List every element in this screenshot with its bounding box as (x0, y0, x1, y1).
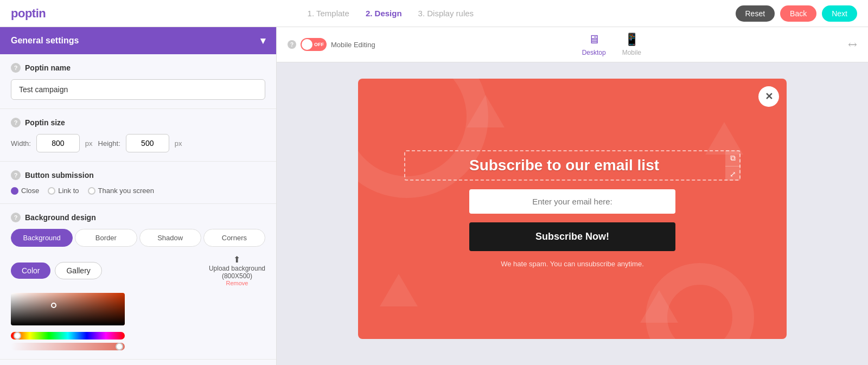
tab-border[interactable]: Border (75, 229, 137, 247)
deco-tri-3 (640, 290, 678, 323)
background-tab-group: Background Border Shadow Corners (11, 229, 265, 247)
popup-title-container[interactable]: Subscribe to our email list ⧉ ⤢ (404, 150, 741, 181)
upload-background-button[interactable]: ⬆ Upload background (800X500) Remove (209, 254, 265, 286)
background-design-label: Background design (25, 213, 96, 222)
radio-link-label: Link to (58, 187, 79, 195)
button-submission-label-row: ? Button submission (11, 170, 265, 180)
topbar-actions: Reset Back Next (736, 5, 858, 22)
mobile-editing-toggle[interactable] (301, 38, 327, 51)
wizard-steps: 1. Template 2. Design 3. Display rules (308, 9, 474, 18)
button-submission-section: ? Button submission Close Link to Thank … (0, 162, 276, 204)
size-inputs-row: Width: px Height: px (11, 134, 265, 152)
background-design-section: ? Background design Background Border Sh… (0, 204, 276, 360)
height-label: Height: (98, 139, 120, 148)
mobile-icon: 📱 (624, 33, 639, 47)
submission-radio-group: Close Link to Thank you screen (11, 187, 265, 195)
button-submission-help-icon[interactable]: ? (11, 170, 21, 180)
radio-link-dot (48, 187, 55, 195)
logo: poptin (11, 7, 46, 21)
popup-preview: ✕ Subscribe to our email list ⧉ ⤢ Subscr… (358, 79, 787, 339)
mobile-editing-row: ? Mobile Editing (288, 38, 375, 51)
panel-header-title: General settings (11, 36, 79, 46)
expand-icon[interactable]: ⤢ (845, 37, 860, 53)
radio-thankyou-label: Thank you screen (98, 187, 154, 195)
spam-text: We hate spam. You can unsubscribe anytim… (501, 260, 644, 268)
deco-tri-4 (467, 95, 505, 127)
mobile-editing-help-icon[interactable]: ? (288, 40, 296, 49)
poptin-name-label-row: ? Poptin name (11, 63, 265, 73)
title-copy-button[interactable]: ⧉ (725, 150, 741, 167)
radio-close[interactable]: Close (11, 187, 39, 195)
desktop-icon: 🖥 (588, 33, 600, 47)
topbar: poptin 1. Template 2. Design 3. Display … (0, 0, 868, 27)
right-area: ? Mobile Editing 🖥 Desktop 📱 Mobile ⤢ (277, 27, 868, 365)
remove-label[interactable]: Remove (226, 280, 248, 286)
mobile-label: Mobile (622, 49, 641, 56)
title-resize-button[interactable]: ⤢ (725, 167, 741, 182)
color-gradient-container[interactable] (11, 293, 125, 325)
opacity-slider[interactable] (11, 343, 125, 350)
subscribe-button[interactable]: Subscribe Now! (469, 222, 675, 251)
color-picker-area (11, 293, 265, 350)
step-template: 1. Template (308, 9, 349, 18)
email-input[interactable] (469, 189, 675, 214)
canvas-toolbar: ? Mobile Editing 🖥 Desktop 📱 Mobile ⤢ (277, 27, 868, 62)
panel-header[interactable]: General settings ▾ (0, 27, 276, 54)
color-gradient-handle[interactable] (51, 303, 56, 308)
tab-shadow[interactable]: Shadow (139, 229, 201, 247)
radio-close-label: Close (21, 187, 39, 195)
width-label: Width: (11, 139, 31, 148)
desktop-device-button[interactable]: 🖥 Desktop (582, 33, 606, 56)
height-input[interactable] (126, 134, 169, 152)
background-design-label-row: ? Background design (11, 213, 265, 222)
main-layout: General settings ▾ ? Poptin name ? Popti… (0, 27, 868, 365)
back-button[interactable]: Back (780, 5, 816, 22)
title-tools: ⧉ ⤢ (725, 150, 741, 181)
tab-corners[interactable]: Corners (203, 229, 265, 247)
logo-text: poptin (11, 7, 46, 20)
poptin-size-label-row: ? Poptin size (11, 118, 265, 127)
poptin-size-help-icon[interactable]: ? (11, 118, 21, 127)
popup-title: Subscribe to our email list (416, 157, 712, 174)
radio-close-dot (11, 187, 18, 195)
popup-close-button[interactable]: ✕ (758, 86, 779, 107)
mobile-editing-label: Mobile Editing (331, 41, 375, 49)
width-px: px (85, 139, 93, 148)
upload-size: (800X500) (222, 272, 252, 280)
poptin-name-input[interactable] (11, 79, 265, 100)
poptin-size-section: ? Poptin size Width: px Height: px (0, 109, 276, 162)
width-input[interactable] (36, 134, 80, 152)
radio-thank-you[interactable]: Thank you screen (88, 187, 154, 195)
upload-icon: ⬆ (233, 254, 240, 265)
mobile-device-button[interactable]: 📱 Mobile (622, 33, 641, 56)
button-submission-label: Button submission (25, 171, 94, 180)
tab-background[interactable]: Background (11, 229, 73, 247)
opacity-slider-thumb[interactable] (116, 343, 123, 350)
poptin-size-label: Poptin size (25, 118, 65, 127)
hue-slider[interactable] (11, 332, 125, 340)
radio-link-to[interactable]: Link to (48, 187, 79, 195)
color-button[interactable]: Color (11, 262, 50, 279)
background-design-help-icon[interactable]: ? (11, 213, 21, 222)
height-px: px (175, 139, 182, 148)
left-panel: General settings ▾ ? Poptin name ? Popti… (0, 27, 277, 365)
step-display-rules: 3. Display rules (418, 9, 474, 18)
canvas-body: ✕ Subscribe to our email list ⧉ ⤢ Subscr… (277, 62, 868, 365)
next-button[interactable]: Next (822, 5, 857, 22)
color-gradient[interactable] (11, 293, 125, 325)
toggle-circle (302, 39, 312, 50)
popup-content: Subscribe to our email list ⧉ ⤢ Subscrib… (358, 129, 787, 290)
poptin-name-help-icon[interactable]: ? (11, 63, 21, 73)
poptin-name-section: ? Poptin name (0, 54, 276, 109)
hue-slider-thumb[interactable] (14, 332, 21, 340)
reset-button[interactable]: Reset (736, 5, 775, 22)
poptin-name-label: Poptin name (25, 63, 71, 72)
opacity-slider-container (11, 343, 265, 350)
device-group: 🖥 Desktop 📱 Mobile (582, 33, 641, 56)
gallery-button[interactable]: Gallery (55, 262, 101, 279)
hue-slider-container (11, 332, 265, 340)
desktop-label: Desktop (582, 49, 606, 56)
color-gallery-row: Color Gallery ⬆ Upload background (800X5… (11, 254, 265, 286)
radio-thankyou-dot (88, 187, 95, 195)
step-design: 2. Design (366, 9, 402, 18)
